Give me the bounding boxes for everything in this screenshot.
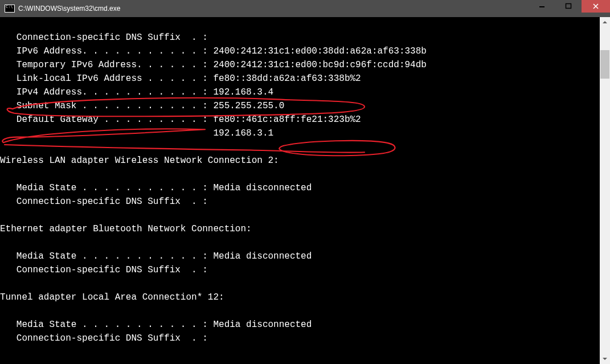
- output-line: Connection-specific DNS Suffix . :: [0, 333, 208, 343]
- window-controls: [529, 0, 610, 17]
- close-button[interactable]: [582, 0, 610, 13]
- svg-rect-1: [566, 4, 571, 9]
- client-area: Connection-specific DNS Suffix . : IPv6 …: [0, 17, 610, 364]
- output-line: IPv6 Address. . . . . . . . . . . : 2400…: [0, 46, 427, 56]
- chevron-up-icon: [602, 19, 608, 25]
- window-title: C:\WINDOWS\system32\cmd.exe: [18, 5, 529, 13]
- cmd-icon: [5, 5, 15, 13]
- output-line: 192.168.3.1: [0, 128, 273, 138]
- output-line: IPv4 Address. . . . . . . . . . . : 192.…: [0, 87, 273, 97]
- output-line: Temporary IPv6 Address. . . . . . : 2400…: [0, 60, 427, 70]
- output-line: Subnet Mask . . . . . . . . . . . : 255.…: [0, 101, 284, 111]
- output-line: Connection-specific DNS Suffix . :: [0, 197, 208, 207]
- scrollbar-thumb[interactable]: [600, 50, 609, 79]
- titlebar[interactable]: C:\WINDOWS\system32\cmd.exe: [0, 0, 610, 18]
- scroll-up-button[interactable]: [600, 17, 610, 27]
- scroll-down-button[interactable]: [600, 354, 610, 364]
- output-line: Media State . . . . . . . . . . . : Medi…: [0, 320, 312, 330]
- output-line: Link-local IPv6 Address . . . . . : fe80…: [0, 73, 361, 84]
- vertical-scrollbar[interactable]: [600, 17, 610, 364]
- output-line: Tunnel adapter Local Area Connection* 12…: [0, 292, 224, 302]
- console-output: Connection-specific DNS Suffix . : IPv6 …: [0, 17, 600, 345]
- chevron-down-icon: [602, 356, 608, 362]
- output-line: Connection-specific DNS Suffix . :: [0, 265, 208, 275]
- minimize-button[interactable]: [529, 0, 555, 13]
- output-line: Wireless LAN adapter Wireless Network Co…: [0, 156, 279, 166]
- svg-rect-0: [539, 6, 545, 7]
- output-line: Media State . . . . . . . . . . . : Medi…: [0, 251, 312, 261]
- maximize-button[interactable]: [555, 0, 582, 13]
- output-line: Ethernet adapter Bluetooth Network Conne…: [0, 224, 252, 234]
- output-line: Media State . . . . . . . . . . . : Medi…: [0, 183, 312, 193]
- maximize-icon: [565, 3, 572, 10]
- cmd-window: C:\WINDOWS\system32\cmd.exe Connection-s…: [0, 0, 610, 364]
- close-icon: [592, 3, 599, 10]
- console-viewport[interactable]: Connection-specific DNS Suffix . : IPv6 …: [0, 17, 600, 364]
- output-line: Connection-specific DNS Suffix . :: [0, 32, 208, 43]
- minimize-icon: [539, 3, 546, 10]
- output-line: Default Gateway . . . . . . . . . : fe80…: [0, 114, 361, 125]
